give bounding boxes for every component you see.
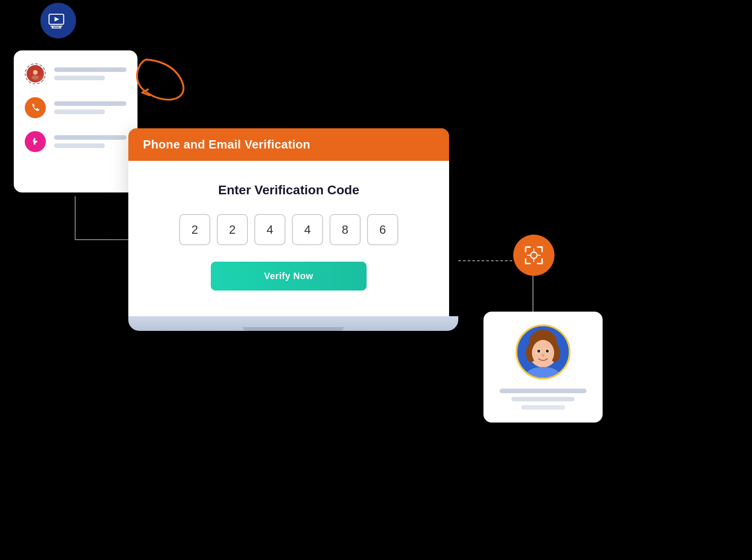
svg-point-8 <box>531 252 537 258</box>
phone-icon <box>25 97 46 118</box>
left-card-row-phone <box>25 97 126 118</box>
svg-point-6 <box>33 70 38 75</box>
right-card-avatar <box>516 324 571 379</box>
right-line-3 <box>521 405 565 410</box>
face-avatar <box>27 65 44 82</box>
verification-title: Phone and Email Verification <box>143 137 310 151</box>
left-card-lines-2 <box>54 101 126 114</box>
right-card <box>483 312 603 423</box>
laptop-body: Enter Verification Code 2 2 4 4 8 6 Veri… <box>128 161 449 316</box>
svg-point-24 <box>537 350 540 353</box>
line-2a <box>54 101 126 106</box>
verify-now-button[interactable]: Verify Now <box>211 262 367 291</box>
video-dashboard-icon <box>48 11 68 31</box>
line-1b <box>54 76 105 80</box>
code-digit-6[interactable]: 6 <box>367 214 398 245</box>
top-icon-badge <box>40 3 76 38</box>
right-card-lines <box>494 389 592 410</box>
right-horizontal-connector <box>458 260 512 261</box>
line-3b <box>54 143 105 148</box>
code-digit-2[interactable]: 2 <box>217 214 248 245</box>
verify-code-label: Enter Verification Code <box>218 183 359 198</box>
svg-point-19 <box>532 340 554 366</box>
laptop-base <box>128 316 458 331</box>
svg-point-25 <box>546 350 549 353</box>
left-vertical-connector <box>75 196 76 240</box>
code-digit-1[interactable]: 2 <box>179 214 210 245</box>
code-digit-5[interactable]: 8 <box>329 214 361 245</box>
touch-icon <box>25 131 46 152</box>
woman-avatar-svg <box>517 326 569 378</box>
right-vertical-connector <box>532 276 533 313</box>
scan-icon <box>522 243 546 267</box>
left-card-lines-1 <box>54 67 126 80</box>
left-card-row-face <box>25 63 126 84</box>
code-digit-4[interactable]: 4 <box>292 214 323 245</box>
laptop-screen: Phone and Email Verification Enter Verif… <box>128 128 449 316</box>
svg-point-7 <box>32 75 39 80</box>
laptop-header: Phone and Email Verification <box>128 128 449 161</box>
svg-point-26 <box>542 354 544 357</box>
code-digit-3[interactable]: 4 <box>254 214 285 245</box>
code-inputs: 2 2 4 4 8 6 <box>179 214 398 245</box>
line-2b <box>54 110 105 114</box>
svg-marker-1 <box>55 17 59 22</box>
right-line-1 <box>500 389 587 393</box>
orange-arrow-decoration <box>118 55 201 110</box>
face-icon <box>25 63 46 84</box>
right-scan-badge <box>513 235 554 276</box>
right-line-2 <box>511 397 575 401</box>
left-card-lines-3 <box>54 135 126 148</box>
laptop: Phone and Email Verification Enter Verif… <box>128 128 458 331</box>
left-card-row-touch <box>25 131 126 152</box>
line-1a <box>54 67 126 72</box>
line-3a <box>54 135 126 140</box>
